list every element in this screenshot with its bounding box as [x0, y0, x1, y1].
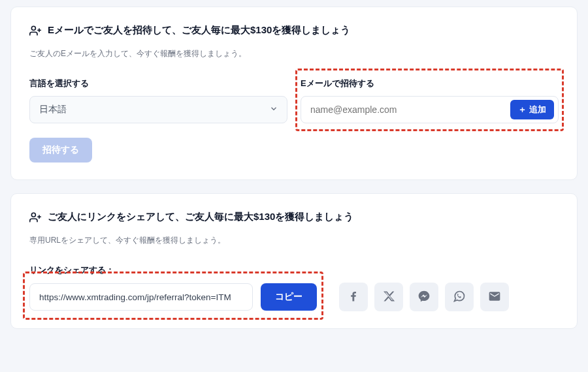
card-subtitle: 専用URLをシェアして、今すぐ報酬を獲得しましょう。: [29, 235, 559, 246]
card-header: Eメールでご友人を招待して、ご友人毎に最大$130を獲得しましょう: [29, 24, 559, 37]
x-icon: [382, 290, 395, 305]
link-share-card: ご友人にリンクをシェアして、ご友人毎に最大$130を獲得しましょう 専用URLを…: [10, 193, 578, 329]
add-button[interactable]: ＋ 追加: [510, 100, 554, 119]
email-label: Eメールで招待する: [301, 78, 559, 89]
language-label: 言語を選択する: [29, 78, 287, 89]
svg-point-3: [31, 213, 35, 217]
invite-button[interactable]: 招待する: [29, 138, 92, 163]
add-button-label: 追加: [529, 104, 546, 116]
card-header: ご友人にリンクをシェアして、ご友人毎に最大$130を獲得しましょう: [29, 211, 559, 223]
card-title: ご友人にリンクをシェアして、ご友人毎に最大$130を獲得しましょう: [48, 211, 353, 223]
social-buttons: [339, 283, 509, 311]
email-invite-card: Eメールでご友人を招待して、ご友人毎に最大$130を獲得しましょう ご友人のEメ…: [10, 7, 578, 180]
email-input-group: ＋ 追加: [301, 96, 559, 123]
plus-icon: ＋: [518, 104, 527, 116]
language-field: 言語を選択する 日本語: [29, 78, 287, 123]
whatsapp-button[interactable]: [445, 283, 474, 311]
card-subtitle: ご友人のEメールを入力して、今すぐ報酬を獲得しましょう。: [29, 48, 559, 59]
messenger-icon: [417, 290, 431, 305]
messenger-button[interactable]: [410, 283, 438, 311]
svg-point-0: [31, 26, 35, 30]
language-value: 日本語: [29, 96, 287, 123]
form-row: 言語を選択する 日本語 Eメールで招待する ＋ 追加: [29, 78, 559, 123]
card-title: Eメールでご友人を招待して、ご友人毎に最大$130を獲得しましょう: [48, 24, 350, 37]
whatsapp-icon: [453, 290, 466, 305]
email-share-button[interactable]: [480, 283, 509, 311]
language-select[interactable]: 日本語: [29, 96, 287, 123]
user-plus-icon: [29, 25, 41, 37]
x-twitter-button[interactable]: [374, 283, 403, 311]
share-url-input[interactable]: [29, 283, 253, 311]
facebook-icon: [347, 290, 360, 305]
share-label: リンクをシェアする：: [29, 264, 559, 276]
copy-button[interactable]: コピー: [261, 283, 317, 311]
email-input[interactable]: [310, 104, 505, 115]
user-plus-icon: [29, 211, 41, 223]
email-field: Eメールで招待する ＋ 追加: [301, 78, 559, 123]
envelope-icon: [488, 290, 501, 305]
share-url-group: コピー: [29, 283, 317, 311]
share-row: コピー: [29, 283, 559, 311]
facebook-button[interactable]: [339, 283, 368, 311]
